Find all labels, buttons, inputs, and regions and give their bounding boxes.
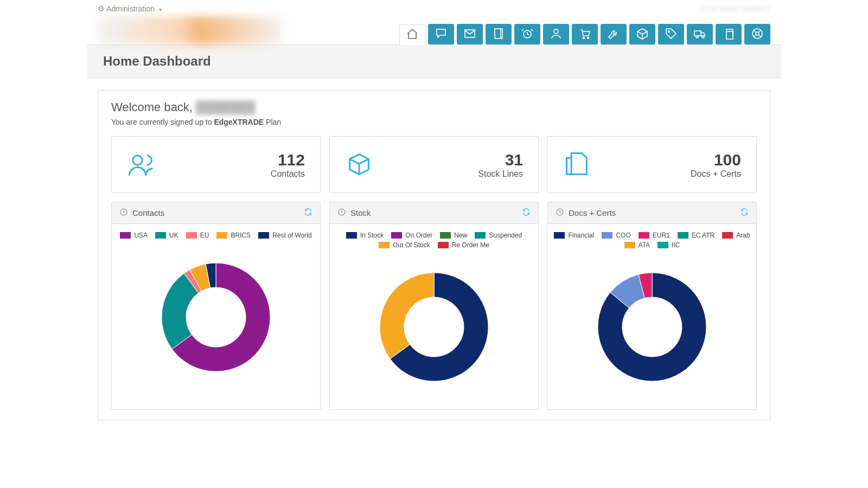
- clock-icon: [556, 208, 564, 218]
- page-title: Home Dashboard: [103, 54, 765, 69]
- nav-tag[interactable]: [658, 24, 684, 44]
- stat-value: 112: [271, 151, 305, 169]
- svg-point-5: [588, 37, 589, 38]
- legend-item: Arab: [722, 232, 750, 239]
- legend-item: Rest of World: [258, 232, 311, 239]
- plan-suffix: Plan: [264, 118, 281, 126]
- svg-rect-1: [495, 29, 502, 38]
- stat-card-docs-certs[interactable]: 100Docs + Certs: [547, 136, 757, 193]
- legend-item: EU: [186, 232, 209, 239]
- chart-title: Stock: [350, 208, 371, 217]
- svg-point-6: [668, 30, 670, 32]
- chart-card-docs-certs: Docs + CertsFinancialCOOEUR1EC ATRArabAT…: [547, 202, 757, 410]
- gear-icon: ⚙: [98, 4, 105, 13]
- plan-name: EdgeXTRADE: [214, 118, 264, 126]
- legend-label: UK: [169, 232, 178, 239]
- chart-card-contacts: ContactsUSAUKEUBRICSRest of World: [111, 202, 321, 410]
- legend-item: Out Of Stock: [379, 241, 430, 249]
- legend-item: New: [440, 232, 467, 239]
- legend-label: In Stock: [360, 232, 384, 239]
- stat-value: 31: [478, 151, 523, 169]
- legend-item: EUR1: [639, 232, 670, 239]
- welcome-card: Welcome back, ███████ You are currently …: [98, 90, 770, 420]
- stat-value: 100: [691, 151, 741, 169]
- clock-icon: [119, 208, 128, 218]
- legend-item: Re Order Me: [438, 241, 489, 249]
- legend-swatch: [440, 232, 451, 239]
- legend-swatch: [258, 232, 269, 239]
- legend-swatch: [216, 232, 227, 239]
- donut-chart: [330, 252, 538, 409]
- legend-item: UK: [155, 232, 178, 239]
- chevron-down-icon: ▾: [159, 7, 162, 12]
- nav-cart[interactable]: [572, 24, 598, 44]
- users-icon: [127, 150, 155, 179]
- brand-logo: [98, 16, 282, 44]
- svg-rect-10: [726, 31, 733, 39]
- stat-label: Contacts: [271, 169, 305, 179]
- svg-point-3: [554, 29, 558, 34]
- docs-icon: [563, 150, 591, 179]
- page-title-strip: Home Dashboard: [87, 44, 781, 78]
- plan-prefix: You are currently signed up to: [111, 118, 214, 126]
- legend-label: COO: [616, 232, 630, 239]
- refresh-button[interactable]: [740, 208, 749, 218]
- nav-alarm[interactable]: [514, 24, 540, 44]
- tag-icon: [665, 27, 678, 42]
- legend-item: COO: [602, 232, 630, 239]
- nav-chat[interactable]: [428, 24, 454, 44]
- user-icon: [550, 27, 563, 42]
- nav-truck[interactable]: [687, 24, 713, 44]
- legend-swatch: [346, 232, 357, 239]
- legend-item: Financial: [554, 232, 594, 239]
- legend-item: Suspended: [475, 232, 522, 239]
- nav-book[interactable]: [486, 24, 512, 44]
- user-dropdown[interactable]: User Name (Hidden): [701, 4, 770, 13]
- legend-swatch: [678, 232, 688, 239]
- help-icon: [751, 27, 764, 42]
- legend-item: ATA: [624, 241, 650, 249]
- refresh-button[interactable]: [304, 208, 312, 218]
- main-nav: [399, 24, 770, 44]
- legend-swatch: [379, 242, 390, 248]
- legend-item: EC ATR: [678, 232, 714, 239]
- legend-swatch: [155, 232, 166, 239]
- legend-label: Rest of World: [272, 232, 311, 239]
- nav-box[interactable]: [629, 24, 655, 44]
- nav-mail[interactable]: [457, 24, 483, 44]
- cart-icon: [578, 27, 591, 42]
- legend-item: On Order: [391, 232, 432, 239]
- nav-copy[interactable]: [716, 24, 742, 44]
- user-label: User Name (Hidden): [701, 4, 770, 13]
- legend-label: BRICS: [231, 232, 251, 239]
- legend-swatch: [624, 242, 635, 248]
- donut-chart: [112, 242, 320, 400]
- legend-swatch: [186, 232, 197, 239]
- legend-label: Out Of Stock: [393, 241, 430, 249]
- legend-label: ATA: [639, 241, 650, 249]
- stat-label: Docs + Certs: [691, 169, 741, 179]
- nav-user[interactable]: [543, 24, 569, 44]
- legend-label: IIC: [672, 241, 680, 249]
- stat-card-contacts[interactable]: 112Contacts: [111, 136, 321, 193]
- book-icon: [492, 27, 505, 42]
- wrench-icon: [607, 27, 620, 42]
- legend-swatch: [120, 232, 131, 239]
- refresh-button[interactable]: [522, 208, 531, 218]
- legend-swatch: [554, 232, 565, 239]
- admin-dropdown[interactable]: ⚙ Administration ▾: [98, 4, 162, 13]
- svg-rect-7: [694, 31, 701, 36]
- nav-help[interactable]: [744, 24, 770, 44]
- donut-chart: [548, 252, 756, 409]
- chat-icon: [435, 27, 448, 42]
- stat-card-stock-lines[interactable]: 31Stock Lines: [329, 136, 539, 193]
- chart-card-stock: StockIn StockOn OrderNewSuspendedOut Of …: [329, 202, 539, 410]
- legend-swatch: [391, 232, 402, 239]
- nav-home[interactable]: [399, 24, 425, 45]
- legend-swatch: [658, 242, 668, 248]
- home-icon: [406, 28, 419, 42]
- cube-icon: [345, 150, 373, 179]
- legend-label: New: [454, 232, 467, 239]
- legend-label: EU: [200, 232, 209, 239]
- nav-wrench[interactable]: [601, 24, 627, 44]
